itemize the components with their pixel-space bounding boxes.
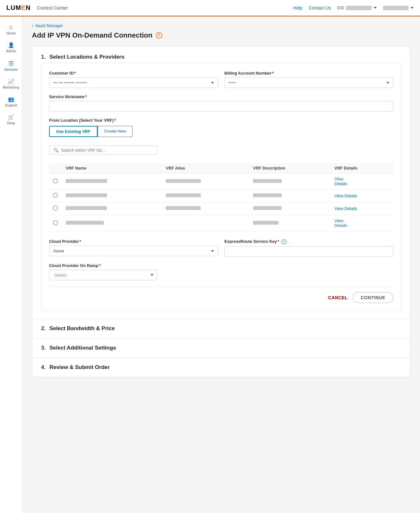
sidebar-item-services[interactable]: ☰ Services bbox=[0, 57, 22, 75]
express-route-required: * bbox=[278, 239, 279, 244]
vrf-row-4-description bbox=[253, 221, 279, 225]
sidebar-item-monitoring[interactable]: 📈 Monitoring bbox=[0, 75, 22, 93]
billing-account-select[interactable]: ••••• bbox=[224, 77, 393, 88]
vrf-search-box: 🔍 bbox=[49, 145, 157, 155]
form-row-1: Customer ID* ••• ••• ••••••• •••••••• bbox=[49, 71, 393, 88]
vrf-row-2-name bbox=[66, 193, 107, 197]
sidebar-item-support[interactable]: 👥 Support bbox=[0, 93, 22, 111]
cloud-provider-on-ramp-group: Cloud Provider On Ramp* -Select- bbox=[49, 263, 157, 280]
step-2-number: 2. bbox=[41, 325, 46, 332]
vrf-select-col bbox=[49, 163, 62, 173]
breadcrumb-arrow-icon: ‹ bbox=[32, 23, 33, 28]
step-1-label: Select Locations & Providers bbox=[49, 54, 124, 60]
eid-chevron-icon bbox=[373, 7, 377, 9]
step-1-section: 1. Select Locations & Providers Customer… bbox=[32, 46, 410, 319]
monitoring-icon: 📈 bbox=[8, 79, 14, 84]
billing-account-group: Billing Account Number* ••••• bbox=[224, 71, 393, 88]
help-link[interactable]: Help bbox=[293, 5, 302, 11]
sidebar-item-label-support: Support bbox=[5, 103, 17, 107]
cloud-provider-label: Cloud Provider* bbox=[49, 239, 218, 244]
vrf-table-header: VRF Name VRF Alias VRF Description VRF D… bbox=[49, 163, 393, 173]
vrf-row-3-view-details[interactable]: View Details bbox=[334, 206, 357, 211]
eid-dropdown[interactable]: EID bbox=[337, 5, 377, 10]
step-1-form: Customer ID* ••• ••• ••••••• •••••••• bbox=[41, 63, 401, 311]
express-route-group: ExpressRoute Service Key* i bbox=[224, 239, 393, 257]
steps-container: 1. Select Locations & Providers Customer… bbox=[32, 46, 410, 377]
main-content: ‹ NaaS Manager Add IP VPN On-Demand Conn… bbox=[22, 17, 420, 513]
cloud-provider-on-ramp-select[interactable]: -Select- bbox=[49, 270, 157, 280]
service-nickname-input[interactable] bbox=[49, 101, 393, 112]
vrf-row-2-radio[interactable] bbox=[53, 193, 58, 198]
express-route-input[interactable] bbox=[224, 246, 393, 257]
user-value bbox=[383, 6, 409, 10]
vrf-tab-existing[interactable]: Use Existing VRF bbox=[49, 126, 98, 137]
from-location-group: From Location (Select Your VRF)* Use Exi… bbox=[49, 118, 393, 231]
from-location-label: From Location (Select Your VRF)* bbox=[49, 118, 393, 123]
vrf-row-4-name bbox=[66, 221, 104, 225]
user-dropdown[interactable] bbox=[383, 6, 414, 10]
eid-label: EID bbox=[337, 5, 344, 10]
vrf-row-3-radio[interactable] bbox=[53, 206, 58, 211]
step-3-label: Select Additional Settings bbox=[49, 345, 116, 351]
continue-button[interactable]: CONTINUE bbox=[353, 292, 393, 303]
support-icon: 👥 bbox=[8, 97, 14, 102]
vrf-table-body: ViewDetails View Details bbox=[49, 173, 393, 231]
user-chevron-icon bbox=[410, 7, 414, 9]
services-icon: ☰ bbox=[9, 61, 14, 66]
top-nav: LUMEN Control Center Help Contact Us EID bbox=[0, 0, 420, 17]
sidebar-item-home[interactable]: ⌂ Home bbox=[0, 20, 22, 39]
table-row: ViewDetails bbox=[49, 173, 393, 190]
vrf-row-3-alias bbox=[166, 206, 201, 210]
step-4-number: 4. bbox=[41, 364, 46, 371]
cloud-provider-on-ramp-label: Cloud Provider On Ramp* bbox=[49, 263, 157, 268]
customer-id-select-wrapper: ••• ••• ••••••• •••••••• bbox=[49, 77, 218, 88]
vrf-search-input[interactable] bbox=[61, 148, 153, 153]
vrf-row-4-radio[interactable] bbox=[53, 220, 58, 225]
vrf-row-1-radio[interactable] bbox=[53, 178, 58, 184]
sidebar-item-shop[interactable]: 🛒 Shop bbox=[0, 111, 22, 129]
cloud-provider-select[interactable]: Azure AWS Google Cloud bbox=[49, 246, 218, 256]
express-route-info-icon[interactable]: i bbox=[281, 239, 286, 244]
sidebar-item-label-home: Home bbox=[6, 31, 16, 35]
customer-id-group: Customer ID* ••• ••• ••••••• •••••••• bbox=[49, 71, 218, 88]
vrf-row-1-view-details[interactable]: ViewDetails bbox=[334, 177, 347, 186]
step-4-label: Review & Submit Order bbox=[49, 364, 110, 371]
breadcrumb: ‹ NaaS Manager bbox=[32, 23, 410, 28]
page-title-text: Add IP VPN On-Demand Connection bbox=[32, 31, 153, 40]
vrf-row-4-view-details[interactable]: ViewDetails bbox=[334, 218, 347, 228]
sidebar-item-label-admin: Admin bbox=[6, 49, 16, 53]
vrf-row-1-name bbox=[66, 179, 107, 183]
table-row: ViewDetails bbox=[49, 215, 393, 231]
form-row-on-ramp: Cloud Provider On Ramp* -Select- bbox=[49, 263, 393, 280]
main-layout: ⌂ Home 👤 Admin ☰ Services 📈 Monitoring 👥… bbox=[0, 17, 420, 513]
page-title: Add IP VPN On-Demand Connection ? bbox=[32, 31, 410, 40]
sidebar-item-label-services: Services bbox=[4, 68, 18, 71]
express-route-label: ExpressRoute Service Key* i bbox=[224, 239, 393, 244]
customer-id-required: * bbox=[74, 71, 76, 76]
step-2-section: 2. Select Bandwidth & Price bbox=[32, 319, 410, 338]
vrf-tab-create[interactable]: Create New bbox=[98, 126, 133, 137]
cancel-button[interactable]: CANCEL bbox=[328, 295, 348, 300]
customer-id-label: Customer ID* bbox=[49, 71, 218, 76]
vrf-table: VRF Name VRF Alias VRF Description VRF D… bbox=[49, 163, 393, 231]
vrf-row-3-description bbox=[253, 206, 282, 210]
sidebar: ⌂ Home 👤 Admin ☰ Services 📈 Monitoring 👥… bbox=[0, 17, 22, 513]
vrf-row-2-alias bbox=[166, 193, 201, 197]
vrf-row-2-description bbox=[253, 193, 282, 197]
contact-us-link[interactable]: Contact Us bbox=[309, 5, 331, 11]
customer-id-select[interactable]: ••• ••• ••••••• •••••••• bbox=[49, 77, 218, 88]
vrf-row-2-view-details[interactable]: View Details bbox=[334, 193, 357, 198]
table-row: View Details bbox=[49, 190, 393, 202]
sidebar-item-admin[interactable]: 👤 Admin bbox=[0, 39, 22, 57]
vrf-row-3-name bbox=[66, 206, 107, 210]
page-help-icon[interactable]: ? bbox=[156, 32, 162, 39]
form-row-2: Service Nickname* bbox=[49, 94, 393, 112]
vrf-description-col: VRF Description bbox=[249, 163, 330, 173]
step-1-number: 1. bbox=[41, 54, 46, 60]
step-4-header: 4. Review & Submit Order bbox=[41, 364, 401, 371]
vrf-name-col: VRF Name bbox=[62, 163, 162, 173]
step-1-header: 1. Select Locations & Providers bbox=[41, 54, 401, 60]
vrf-row-1-description bbox=[253, 179, 282, 183]
breadcrumb-parent-link[interactable]: NaaS Manager bbox=[35, 23, 63, 28]
cloud-provider-on-ramp-required: * bbox=[99, 263, 101, 268]
